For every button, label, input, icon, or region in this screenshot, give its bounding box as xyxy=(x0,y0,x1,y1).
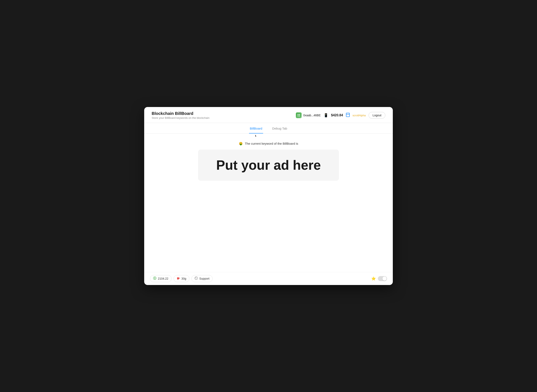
balance-stat-value: 2104.22 xyxy=(158,277,168,280)
svg-rect-0 xyxy=(297,113,301,117)
app-window: Blockchain BillBoard Store your BillBoar… xyxy=(144,107,393,285)
tab-billboard[interactable]: BillBoard xyxy=(249,123,263,134)
balance: $420.84 xyxy=(331,113,343,117)
svg-rect-1 xyxy=(298,114,299,115)
svg-rect-3 xyxy=(298,116,299,117)
header-left: Blockchain BillBoard Store your BillBoar… xyxy=(152,111,209,119)
support-icon xyxy=(195,276,198,281)
app-subtitle: Store your BillBoard keywords on the blo… xyxy=(152,116,209,119)
billboard-label: 🤑 The current keyword of the BillBoard i… xyxy=(239,142,298,145)
tab-debug[interactable]: Debug Tab xyxy=(271,123,288,134)
header-right: 0xaab...46BE 📱 $420.84 scrollAlpha Logou… xyxy=(296,112,385,119)
billboard-display: Put your ad here xyxy=(198,150,339,181)
svg-rect-4 xyxy=(299,116,300,117)
billboard-emoji: 🤑 xyxy=(239,142,243,145)
header-account-info: scrollAlpha xyxy=(353,114,366,117)
svg-rect-2 xyxy=(299,114,300,115)
support-label: Support xyxy=(199,277,209,280)
header: Blockchain BillBoard Store your BillBoar… xyxy=(144,107,393,123)
footer-stats: $ 2104.22 30g xyxy=(150,275,213,282)
gas-stat-icon xyxy=(177,276,180,281)
app-title: Blockchain BillBoard xyxy=(152,111,209,116)
svg-rect-11 xyxy=(178,278,178,278)
username: scrollAlpha xyxy=(353,114,366,117)
device-icon: 📱 xyxy=(324,113,328,117)
svg-rect-5 xyxy=(346,113,350,117)
main-content: 🤑 The current keyword of the BillBoard i… xyxy=(144,134,393,272)
wallet-info: 0xaab...46BE xyxy=(296,112,321,118)
stat-gas-badge[interactable]: 30g xyxy=(174,275,189,282)
balance-stat-icon: $ xyxy=(153,276,157,281)
footer-right: ⭐ xyxy=(371,276,387,281)
tabs-container: BillBoard Debug Tab xyxy=(144,123,393,134)
svg-text:$: $ xyxy=(154,277,155,280)
wallet-icon xyxy=(296,112,302,118)
theme-toggle[interactable] xyxy=(378,276,387,281)
toggle-knob xyxy=(382,276,387,281)
billboard-text: Put your ad here xyxy=(216,158,321,173)
gas-stat-value: 30g xyxy=(181,277,186,280)
support-badge[interactable]: Support xyxy=(191,275,213,282)
logout-button[interactable]: Logout xyxy=(369,112,385,119)
svg-rect-10 xyxy=(179,278,180,279)
svg-point-13 xyxy=(196,279,196,279)
wallet-address: 0xaab...46BE xyxy=(303,114,321,117)
theme-sun-icon: ⭐ xyxy=(371,276,376,281)
bookmark-icon[interactable] xyxy=(346,113,350,118)
footer: $ 2104.22 30g xyxy=(144,272,393,285)
stat-balance-badge[interactable]: $ 2104.22 xyxy=(150,275,171,282)
